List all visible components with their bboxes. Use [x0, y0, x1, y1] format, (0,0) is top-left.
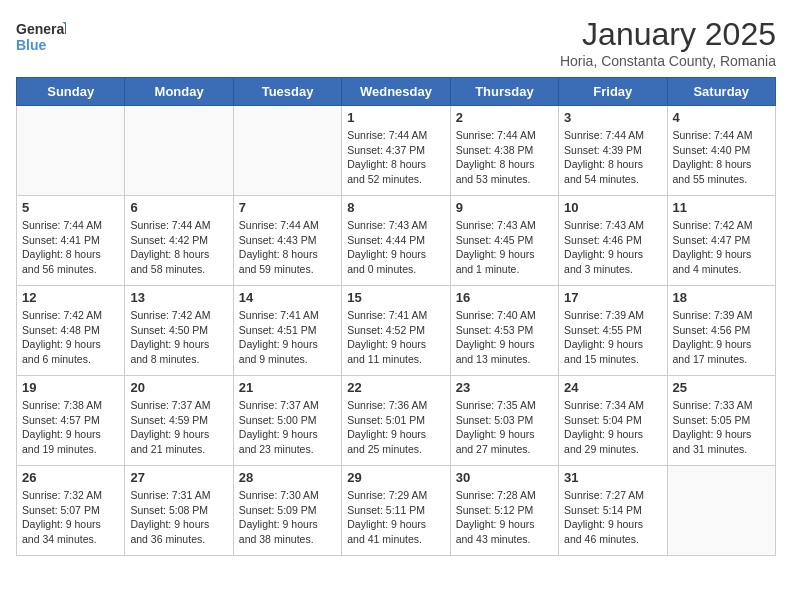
title-block: January 2025 Horia, Constanta County, Ro… [560, 16, 776, 69]
calendar-header-thursday: Thursday [450, 78, 558, 106]
day-number: 3 [564, 110, 661, 125]
day-number: 8 [347, 200, 444, 215]
day-cell-29: 29Sunrise: 7:29 AMSunset: 5:11 PMDayligh… [342, 466, 450, 556]
day-number: 23 [456, 380, 553, 395]
day-cell-25: 25Sunrise: 7:33 AMSunset: 5:05 PMDayligh… [667, 376, 775, 466]
day-number: 24 [564, 380, 661, 395]
day-info: Sunrise: 7:36 AMSunset: 5:01 PMDaylight:… [347, 398, 444, 457]
week-row-1: 1Sunrise: 7:44 AMSunset: 4:37 PMDaylight… [17, 106, 776, 196]
day-number: 17 [564, 290, 661, 305]
day-cell-9: 9Sunrise: 7:43 AMSunset: 4:45 PMDaylight… [450, 196, 558, 286]
day-cell-22: 22Sunrise: 7:36 AMSunset: 5:01 PMDayligh… [342, 376, 450, 466]
day-cell-13: 13Sunrise: 7:42 AMSunset: 4:50 PMDayligh… [125, 286, 233, 376]
day-number: 28 [239, 470, 336, 485]
day-number: 15 [347, 290, 444, 305]
day-info: Sunrise: 7:37 AMSunset: 5:00 PMDaylight:… [239, 398, 336, 457]
day-cell-21: 21Sunrise: 7:37 AMSunset: 5:00 PMDayligh… [233, 376, 341, 466]
day-cell-11: 11Sunrise: 7:42 AMSunset: 4:47 PMDayligh… [667, 196, 775, 286]
day-cell-15: 15Sunrise: 7:41 AMSunset: 4:52 PMDayligh… [342, 286, 450, 376]
week-row-2: 5Sunrise: 7:44 AMSunset: 4:41 PMDaylight… [17, 196, 776, 286]
day-number: 19 [22, 380, 119, 395]
day-info: Sunrise: 7:43 AMSunset: 4:44 PMDaylight:… [347, 218, 444, 277]
day-number: 6 [130, 200, 227, 215]
day-info: Sunrise: 7:44 AMSunset: 4:41 PMDaylight:… [22, 218, 119, 277]
day-cell-31: 31Sunrise: 7:27 AMSunset: 5:14 PMDayligh… [559, 466, 667, 556]
day-info: Sunrise: 7:29 AMSunset: 5:11 PMDaylight:… [347, 488, 444, 547]
day-info: Sunrise: 7:41 AMSunset: 4:51 PMDaylight:… [239, 308, 336, 367]
day-cell-28: 28Sunrise: 7:30 AMSunset: 5:09 PMDayligh… [233, 466, 341, 556]
month-title: January 2025 [560, 16, 776, 53]
day-info: Sunrise: 7:44 AMSunset: 4:42 PMDaylight:… [130, 218, 227, 277]
day-info: Sunrise: 7:43 AMSunset: 4:45 PMDaylight:… [456, 218, 553, 277]
svg-text:General: General [16, 21, 66, 37]
page-header: General Blue January 2025 Horia, Constan… [16, 16, 776, 69]
day-info: Sunrise: 7:44 AMSunset: 4:40 PMDaylight:… [673, 128, 770, 187]
day-info: Sunrise: 7:28 AMSunset: 5:12 PMDaylight:… [456, 488, 553, 547]
day-number: 10 [564, 200, 661, 215]
day-info: Sunrise: 7:32 AMSunset: 5:07 PMDaylight:… [22, 488, 119, 547]
day-cell-3: 3Sunrise: 7:44 AMSunset: 4:39 PMDaylight… [559, 106, 667, 196]
day-number: 5 [22, 200, 119, 215]
day-info: Sunrise: 7:41 AMSunset: 4:52 PMDaylight:… [347, 308, 444, 367]
day-info: Sunrise: 7:44 AMSunset: 4:43 PMDaylight:… [239, 218, 336, 277]
day-number: 11 [673, 200, 770, 215]
day-cell-4: 4Sunrise: 7:44 AMSunset: 4:40 PMDaylight… [667, 106, 775, 196]
day-info: Sunrise: 7:44 AMSunset: 4:39 PMDaylight:… [564, 128, 661, 187]
day-number: 16 [456, 290, 553, 305]
logo-svg: General Blue [16, 16, 66, 60]
day-info: Sunrise: 7:33 AMSunset: 5:05 PMDaylight:… [673, 398, 770, 457]
day-number: 2 [456, 110, 553, 125]
day-cell-20: 20Sunrise: 7:37 AMSunset: 4:59 PMDayligh… [125, 376, 233, 466]
week-row-3: 12Sunrise: 7:42 AMSunset: 4:48 PMDayligh… [17, 286, 776, 376]
day-number: 27 [130, 470, 227, 485]
logo: General Blue [16, 16, 66, 60]
day-number: 26 [22, 470, 119, 485]
day-number: 18 [673, 290, 770, 305]
calendar-header-friday: Friday [559, 78, 667, 106]
day-cell-7: 7Sunrise: 7:44 AMSunset: 4:43 PMDaylight… [233, 196, 341, 286]
day-info: Sunrise: 7:35 AMSunset: 5:03 PMDaylight:… [456, 398, 553, 457]
day-info: Sunrise: 7:40 AMSunset: 4:53 PMDaylight:… [456, 308, 553, 367]
day-cell-27: 27Sunrise: 7:31 AMSunset: 5:08 PMDayligh… [125, 466, 233, 556]
day-info: Sunrise: 7:34 AMSunset: 5:04 PMDaylight:… [564, 398, 661, 457]
day-info: Sunrise: 7:42 AMSunset: 4:47 PMDaylight:… [673, 218, 770, 277]
calendar-header-saturday: Saturday [667, 78, 775, 106]
day-cell-14: 14Sunrise: 7:41 AMSunset: 4:51 PMDayligh… [233, 286, 341, 376]
empty-cell [233, 106, 341, 196]
day-number: 4 [673, 110, 770, 125]
day-cell-26: 26Sunrise: 7:32 AMSunset: 5:07 PMDayligh… [17, 466, 125, 556]
day-cell-17: 17Sunrise: 7:39 AMSunset: 4:55 PMDayligh… [559, 286, 667, 376]
day-number: 21 [239, 380, 336, 395]
day-number: 31 [564, 470, 661, 485]
empty-cell [17, 106, 125, 196]
day-info: Sunrise: 7:31 AMSunset: 5:08 PMDaylight:… [130, 488, 227, 547]
day-info: Sunrise: 7:37 AMSunset: 4:59 PMDaylight:… [130, 398, 227, 457]
calendar-table: SundayMondayTuesdayWednesdayThursdayFrid… [16, 77, 776, 556]
day-number: 30 [456, 470, 553, 485]
day-cell-16: 16Sunrise: 7:40 AMSunset: 4:53 PMDayligh… [450, 286, 558, 376]
day-cell-12: 12Sunrise: 7:42 AMSunset: 4:48 PMDayligh… [17, 286, 125, 376]
day-number: 14 [239, 290, 336, 305]
day-info: Sunrise: 7:42 AMSunset: 4:50 PMDaylight:… [130, 308, 227, 367]
day-info: Sunrise: 7:30 AMSunset: 5:09 PMDaylight:… [239, 488, 336, 547]
day-info: Sunrise: 7:39 AMSunset: 4:55 PMDaylight:… [564, 308, 661, 367]
day-number: 1 [347, 110, 444, 125]
day-number: 29 [347, 470, 444, 485]
calendar-header-row: SundayMondayTuesdayWednesdayThursdayFrid… [17, 78, 776, 106]
location: Horia, Constanta County, Romania [560, 53, 776, 69]
day-cell-2: 2Sunrise: 7:44 AMSunset: 4:38 PMDaylight… [450, 106, 558, 196]
day-number: 7 [239, 200, 336, 215]
day-info: Sunrise: 7:27 AMSunset: 5:14 PMDaylight:… [564, 488, 661, 547]
day-number: 9 [456, 200, 553, 215]
day-cell-1: 1Sunrise: 7:44 AMSunset: 4:37 PMDaylight… [342, 106, 450, 196]
day-cell-23: 23Sunrise: 7:35 AMSunset: 5:03 PMDayligh… [450, 376, 558, 466]
day-number: 12 [22, 290, 119, 305]
day-cell-30: 30Sunrise: 7:28 AMSunset: 5:12 PMDayligh… [450, 466, 558, 556]
day-cell-18: 18Sunrise: 7:39 AMSunset: 4:56 PMDayligh… [667, 286, 775, 376]
week-row-5: 26Sunrise: 7:32 AMSunset: 5:07 PMDayligh… [17, 466, 776, 556]
day-info: Sunrise: 7:43 AMSunset: 4:46 PMDaylight:… [564, 218, 661, 277]
day-cell-5: 5Sunrise: 7:44 AMSunset: 4:41 PMDaylight… [17, 196, 125, 286]
day-number: 22 [347, 380, 444, 395]
empty-cell [667, 466, 775, 556]
calendar-header-sunday: Sunday [17, 78, 125, 106]
